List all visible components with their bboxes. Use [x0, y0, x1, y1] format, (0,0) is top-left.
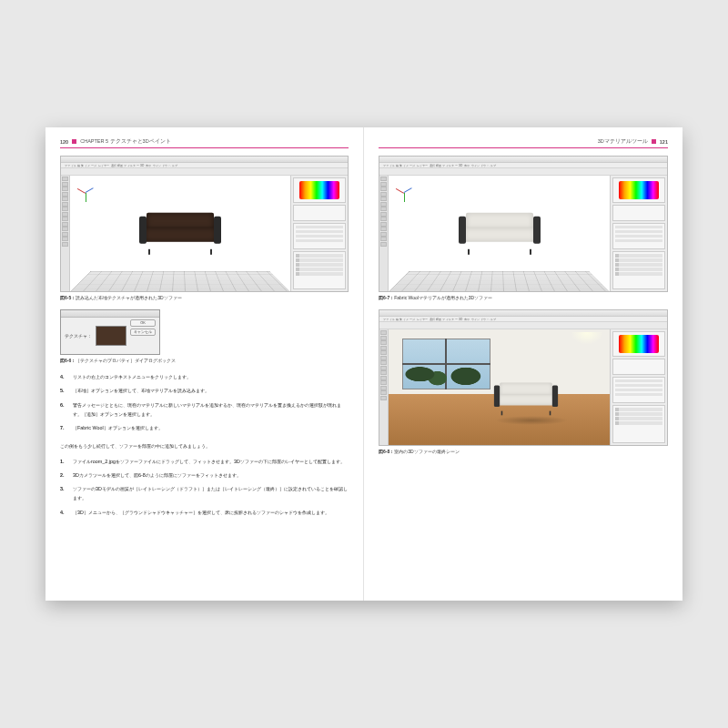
window — [402, 339, 490, 389]
ps-canvas[interactable] — [389, 329, 611, 445]
step-b3: 3.ソファーの3Dモデルの画質が［レイトレーシング（ドラフト）］または［レイトレ… — [60, 484, 349, 503]
right-page: 3Dマテリアルツール 121 ファイル 編集 イメージ レイヤー 選択範囲 フィ… — [364, 127, 682, 601]
ps-options-bar[interactable] — [379, 168, 667, 176]
sofa-white — [459, 211, 541, 255]
step-4: 4.リストの右上のコンテキストメニューをクリックします。 — [60, 372, 349, 381]
ps-canvas[interactable] — [389, 176, 611, 291]
dialog-texture-label: テクスチャ： — [65, 334, 92, 339]
sofa-brown — [139, 211, 221, 255]
step-b2: 2.3Dカメラツールを選択して、図6-8のように部屋にソファーをフィットさせます… — [60, 470, 349, 480]
figure-6-5-caption: 図6-5：読み込んだ布地テクスチャが適用された3Dソファー — [60, 295, 349, 300]
color-panel[interactable] — [612, 177, 665, 203]
left-chapter-title: CHAPTER 5 テクスチャと3Dペイント — [80, 138, 170, 145]
paragraph: この例をもう少し続行して、ソファーを部屋の中に追加してみましょう。 — [60, 441, 349, 450]
axis-gizmo-icon — [77, 185, 94, 201]
dialog-cancel-button[interactable]: キャンセル — [130, 329, 156, 336]
book-spread: 120 CHAPTER 5 テクスチャと3Dペイント ファイル 編集 イメージ … — [46, 127, 682, 601]
adjustments-panel[interactable] — [612, 223, 665, 250]
swatches-panel[interactable] — [293, 205, 346, 221]
body-text: 4.リストの右上のコンテキストメニューをクリックします。 5.［布地］オプション… — [60, 372, 349, 517]
figure-6-6-caption: 図6-6：［テクスチャのプロパティ］ダイアログボックス — [60, 358, 349, 363]
grid-floor — [389, 271, 610, 291]
axis-gizmo-icon — [396, 185, 412, 201]
left-header: 120 CHAPTER 5 テクスチャと3Dペイント — [60, 138, 349, 148]
swatches-panel[interactable] — [612, 205, 665, 221]
step-list-a: 4.リストの右上のコンテキストメニューをクリックします。 5.［布地］オプション… — [60, 372, 349, 432]
room-scene — [389, 329, 610, 445]
ps-toolbox[interactable] — [379, 329, 389, 445]
figure-6-8-caption: 図6-8：室内の3Dソファーの最終シーン — [379, 449, 668, 454]
adjustments-panel[interactable] — [612, 377, 665, 404]
step-5: 5.［布地］オプションを選択して、布地マテリアルを読み込みます。 — [60, 386, 349, 395]
header-square-icon — [652, 139, 656, 144]
ps-toolbox[interactable] — [379, 176, 389, 291]
ps-titlebar — [379, 157, 667, 163]
right-running-head: 3Dマテリアルツール — [598, 138, 648, 145]
right-header: 3Dマテリアルツール 121 — [379, 138, 668, 148]
dialog-titlebar — [61, 310, 159, 318]
figure-6-8-screenshot: ファイル 編集 イメージ レイヤー 選択範囲 フィルター 3D 表示 ウィンドウ… — [379, 309, 668, 446]
adjustments-panel[interactable] — [293, 223, 346, 250]
ceiling-light — [571, 332, 603, 345]
ps-panel-dock[interactable] — [611, 176, 667, 291]
figure-6-7-caption: 図6-7：Fabric Woolマテリアルが適用された3Dソファー — [379, 295, 668, 300]
texture-swatch[interactable] — [96, 326, 126, 346]
left-page-number: 120 — [60, 139, 68, 145]
step-list-b: 1.ファイルroom_2.jpgをソファーファイルにドラッグして、フィットさせま… — [60, 457, 349, 517]
step-b1: 1.ファイルroom_2.jpgをソファーファイルにドラッグして、フィットさせま… — [60, 457, 349, 466]
figure-6-7-screenshot: ファイル 編集 イメージ レイヤー 選択範囲 フィルター 3D 表示 ウィンドウ… — [379, 156, 668, 292]
left-page: 120 CHAPTER 5 テクスチャと3Dペイント ファイル 編集 イメージ … — [46, 127, 364, 601]
color-panel[interactable] — [293, 177, 346, 203]
ps-panel-dock[interactable] — [291, 176, 348, 291]
ps-toolbox[interactable] — [61, 176, 70, 291]
ps-options-bar[interactable] — [379, 322, 667, 329]
sofa-in-room — [494, 381, 558, 415]
right-page-number: 121 — [660, 139, 668, 145]
dialog-ok-button[interactable]: OK — [130, 319, 156, 327]
ps-options-bar[interactable] — [61, 168, 348, 176]
step-b4: 4.［3D］メニューから、［グラウンドシャドウキャッチャー］を選択して、床に投影… — [60, 508, 349, 517]
layers-panel[interactable] — [612, 251, 665, 289]
layers-panel[interactable] — [293, 251, 346, 289]
layers-panel[interactable] — [612, 405, 665, 443]
figure-6-6-dialog: テクスチャ： OK キャンセル — [60, 309, 160, 355]
ps-titlebar — [379, 310, 667, 317]
swatches-panel[interactable] — [612, 359, 665, 375]
step-6: 6.警告メッセージとともに、現在のマテリアルに新しいマテリアルを追加するか、現在… — [60, 400, 349, 420]
ps-panel-dock[interactable] — [611, 329, 667, 445]
ground-shadow — [495, 416, 568, 425]
ps-canvas[interactable] — [70, 176, 291, 291]
figure-6-5-screenshot: ファイル 編集 イメージ レイヤー 選択範囲 フィルター 3D 表示 ウィンドウ… — [60, 156, 349, 292]
color-panel[interactable] — [612, 331, 665, 357]
header-square-icon — [72, 139, 76, 144]
step-7: 7.［Fabric Wool］オプションを選択します。 — [60, 423, 349, 432]
ps-titlebar — [61, 157, 348, 163]
grid-floor — [70, 271, 290, 291]
